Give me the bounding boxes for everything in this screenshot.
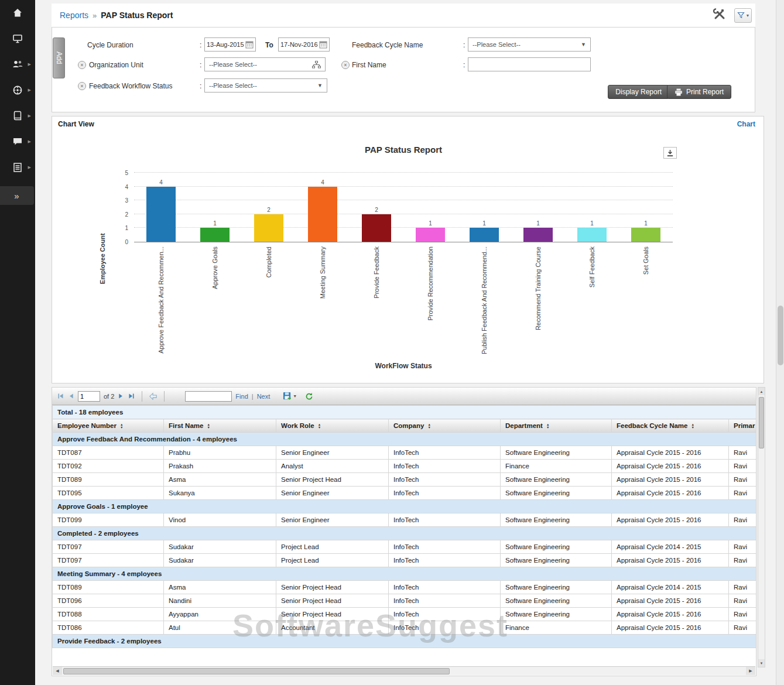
sort-icon[interactable]: ▲▼	[207, 423, 210, 429]
table-cell: Ravi	[729, 581, 756, 594]
bar[interactable]	[523, 228, 553, 242]
parent-report-icon[interactable]	[149, 392, 158, 400]
y-axis-title: Employee Count	[99, 233, 106, 284]
bar[interactable]	[577, 228, 607, 242]
column-header[interactable]: Company▲▼	[389, 419, 501, 433]
group-header-label: Provide Feedback - 2 employees	[53, 635, 756, 648]
colon: :	[200, 41, 201, 49]
sort-icon[interactable]: ▲▼	[427, 423, 430, 429]
bar[interactable]	[362, 214, 391, 242]
sidebar-item-home[interactable]	[0, 0, 35, 26]
table-cell: Software Engineering	[501, 608, 612, 621]
toolbar-separator	[142, 391, 142, 402]
column-header[interactable]: Primar▲▼	[729, 419, 756, 433]
print-report-button[interactable]: Print Report	[667, 85, 731, 99]
column-header[interactable]: First Name▲▼	[164, 419, 276, 433]
bar[interactable]	[470, 228, 499, 242]
table-cell: Software Engineering	[501, 446, 612, 460]
book-icon	[12, 110, 23, 122]
calendar-icon[interactable]	[245, 40, 254, 49]
sidebar-item-forms[interactable]: ▶	[0, 155, 35, 180]
chart-download-button[interactable]	[663, 147, 677, 159]
sort-icon[interactable]: ▲▼	[318, 423, 321, 429]
first-name-input[interactable]	[468, 57, 591, 71]
bar[interactable]	[631, 228, 660, 242]
vscrollbar-thumb[interactable]	[759, 397, 764, 448]
sidebar-item-desktop[interactable]	[0, 26, 35, 52]
column-header-label: Primar	[734, 422, 755, 429]
clear-icon[interactable]: ×	[341, 61, 350, 69]
clear-icon[interactable]: ×	[78, 61, 86, 69]
scroll-down-arrow[interactable]: ▼	[758, 659, 765, 667]
calendar-icon[interactable]	[319, 40, 327, 49]
table-cell: Software Engineering	[501, 513, 612, 527]
colon: :	[463, 41, 465, 49]
feedback-cycle-select[interactable]: --Please Select-- ▼	[468, 37, 591, 52]
group-header-label: Approve Feedback And Recommendation - 4 …	[53, 433, 756, 446]
page-number-input[interactable]	[78, 391, 100, 402]
page-scrollbar[interactable]	[776, 0, 784, 685]
last-page-icon[interactable]	[128, 392, 135, 400]
add-tab[interactable]: Add	[53, 37, 65, 78]
scroll-left-arrow[interactable]: ◀	[53, 667, 62, 675]
group-header-row: Approve Feedback And Recommendation - 4 …	[53, 433, 756, 446]
scroll-up-arrow[interactable]: ▲	[758, 388, 765, 395]
filter-icon[interactable]: ▼	[734, 8, 752, 23]
breadcrumb-reports-link[interactable]: Reports	[60, 11, 88, 20]
find-link[interactable]: Find	[235, 393, 248, 400]
horizontal-scrollbar[interactable]: ◀ ▶	[53, 666, 755, 675]
bar[interactable]	[200, 228, 230, 242]
x-axis-label-text: Recommend Training Course	[535, 246, 542, 330]
to-label: To	[265, 41, 273, 49]
export-icon[interactable]: ▼	[283, 392, 297, 400]
sidebar-expand-button[interactable]: »	[0, 186, 34, 205]
tools-icon[interactable]	[712, 7, 727, 23]
x-axis-label-text: Set Goals	[642, 246, 649, 275]
bar[interactable]	[254, 214, 283, 242]
sort-icon[interactable]: ▲▼	[120, 423, 123, 429]
sidebar-item-users[interactable]: ▶	[0, 52, 35, 77]
find-text-input[interactable]	[185, 391, 232, 402]
sort-icon[interactable]: ▲▼	[691, 423, 694, 429]
column-header[interactable]: Department▲▼	[501, 419, 612, 433]
page-scrollbar-thumb[interactable]	[778, 306, 783, 365]
dropdown-caret-icon: ▼	[581, 42, 586, 47]
hscrollbar-thumb[interactable]	[63, 668, 450, 674]
first-page-icon[interactable]	[57, 392, 64, 400]
display-report-button[interactable]: Display Report	[608, 85, 669, 99]
scroll-right-arrow[interactable]: ▶	[746, 667, 755, 675]
bar[interactable]	[308, 187, 337, 242]
sidebar-item-chat[interactable]: ▶	[0, 129, 35, 155]
column-header[interactable]: Employee Number▲▼	[53, 419, 164, 433]
prev-page-icon[interactable]	[68, 392, 74, 400]
cycle-from-input[interactable]	[207, 41, 245, 48]
report-vertical-scrollbar[interactable]: ▲ ▼	[758, 387, 765, 667]
sort-icon[interactable]: ▲▼	[546, 423, 549, 429]
bar-slot: 4	[134, 173, 188, 242]
organization-unit-field[interactable]: --Please Select--	[204, 57, 326, 71]
cycle-from-field[interactable]	[204, 37, 256, 52]
clear-icon[interactable]: ×	[78, 82, 86, 90]
cycle-to-input[interactable]	[280, 41, 319, 48]
chart-tab-link[interactable]: Chart	[737, 120, 755, 128]
refresh-icon[interactable]	[305, 392, 313, 400]
column-header[interactable]: Feedback Cycle Name▲▼	[612, 419, 729, 433]
table-cell: Ravi	[729, 487, 756, 500]
bar[interactable]	[416, 228, 445, 242]
table-cell: Appraisal Cycle 2015 - 2016	[612, 460, 729, 473]
sidebar-item-modules[interactable]: ▶	[0, 77, 35, 103]
org-tree-icon[interactable]	[312, 61, 321, 68]
sidebar-item-book[interactable]: ▶	[0, 103, 35, 129]
page-title: PAP Status Report	[101, 11, 173, 20]
next-page-icon[interactable]	[118, 392, 124, 400]
table-row: TDT087PrabhuSenior EngineerInfoTechSoftw…	[53, 446, 756, 460]
workflow-status-select[interactable]: --Please Select-- ▼	[204, 78, 327, 93]
x-axis-label: Provide Recommendation	[403, 242, 457, 361]
bar[interactable]	[146, 187, 176, 242]
cycle-to-field[interactable]	[278, 37, 330, 52]
column-header[interactable]: Work Role▲▼	[276, 419, 389, 433]
bar-chart: Employee Count 012345 4124211111 Approve…	[134, 173, 673, 370]
dropdown-caret-icon: ▼	[317, 83, 323, 88]
x-axis-title: WorkFlow Status	[134, 362, 673, 370]
next-link[interactable]: Next	[257, 393, 271, 400]
